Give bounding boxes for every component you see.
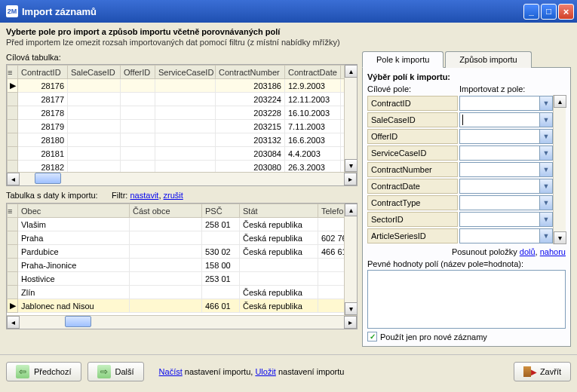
vertical-scrollbar[interactable]: ▴ ▾	[344, 204, 357, 315]
next-button[interactable]: ⇨ Další	[87, 362, 144, 381]
table-row[interactable]: 28179 203215 7.11.2003	[8, 120, 345, 133]
arrow-right-icon: ⇨	[97, 365, 111, 378]
target-field-name: ArticleSeriesID	[367, 228, 458, 243]
chevron-down-icon[interactable]: ▼	[539, 196, 552, 210]
table-row[interactable]: ▶ Jablonec nad Nisou 466 01 Česká republ…	[8, 299, 345, 313]
source-field-combo[interactable]: ▼	[459, 212, 553, 227]
footer: ⇦ Předchozí ⇨ Další Načíst nastavení imp…	[0, 354, 577, 387]
column-header[interactable]: ContractNumber	[216, 66, 285, 79]
maximize-button[interactable]: □	[541, 4, 557, 20]
table-row[interactable]: 28177 203224 12.11.2003	[8, 93, 345, 106]
close-window-button[interactable]: ×	[558, 4, 574, 20]
table-row[interactable]: Praha Česká republika 602 764	[8, 231, 345, 245]
window-title: Import záznamů	[22, 6, 523, 17]
column-header[interactable]: OfferID	[121, 66, 155, 79]
tab-method[interactable]: Způsob importu	[445, 51, 531, 68]
scroll-up-icon[interactable]: ▴	[554, 95, 566, 108]
column-header[interactable]: SaleCaseID	[68, 66, 121, 79]
field-mapping-row: ContractDate ▼	[367, 178, 553, 194]
scroll-up-icon[interactable]: ▴	[345, 65, 357, 78]
scroll-down-icon[interactable]: ▾	[345, 302, 357, 315]
source-field-combo[interactable]: ▼	[459, 96, 553, 111]
scroll-right-icon[interactable]: ▸	[344, 316, 357, 329]
field-mapping-row: ServiceCaseID ▼	[367, 145, 553, 161]
target-field-name: ContractNumber	[367, 162, 458, 177]
table-row[interactable]: ▶ 28176 203186 12.9.2003	[8, 79, 345, 93]
table-row[interactable]: Vlašim 258 01 Česká republika	[8, 218, 345, 231]
horizontal-scrollbar[interactable]: ◂ ▸	[7, 172, 357, 185]
shift-down-link[interactable]: dolů	[520, 247, 536, 256]
table-row[interactable]: Pardubice 530 02 Česká republika 466 612	[8, 245, 345, 259]
source-field-combo[interactable]: ▼	[459, 112, 553, 127]
source-field-combo[interactable]: ▼	[459, 129, 553, 144]
field-mapping-row: SaleCaseID ▼	[367, 112, 553, 128]
target-field-name: SaleCaseID	[367, 112, 458, 127]
chevron-down-icon[interactable]: ▼	[539, 113, 552, 127]
save-settings-link[interactable]: Uložit	[255, 367, 276, 376]
column-header[interactable]: Část obce	[130, 204, 202, 218]
filter-label: Filtr:	[112, 191, 127, 200]
horizontal-scrollbar[interactable]: ◂ ▸	[7, 315, 357, 329]
load-settings-link[interactable]: Načíst	[159, 367, 183, 376]
target-table-label: Cílová tabulka:	[6, 53, 358, 62]
source-field-combo[interactable]: ▼	[459, 195, 553, 210]
source-field-combo[interactable]: ▼	[459, 228, 553, 243]
field-mapping-row: ContractType ▼	[367, 194, 553, 211]
chevron-down-icon[interactable]: ▼	[539, 96, 552, 110]
shift-up-link[interactable]: nahoru	[540, 247, 566, 256]
chevron-down-icon[interactable]: ▼	[539, 213, 552, 226]
scroll-down-icon[interactable]: ▾	[345, 159, 357, 172]
scroll-left-icon[interactable]: ◂	[7, 173, 20, 185]
chevron-down-icon[interactable]: ▼	[539, 179, 552, 193]
minimize-button[interactable]: _	[523, 4, 539, 20]
column-header[interactable]: Stát	[240, 204, 318, 218]
column-header[interactable]: ContractID	[18, 66, 68, 79]
target-field-name: OfferID	[367, 129, 458, 144]
column-header[interactable]: Telefon	[318, 204, 345, 218]
filter-set-link[interactable]: nastavit	[130, 191, 158, 200]
vertical-scrollbar[interactable]: ▴ ▾	[344, 65, 357, 172]
chevron-down-icon[interactable]: ▼	[539, 229, 552, 243]
target-field-name: ContractType	[367, 195, 458, 210]
table-row[interactable]: Zlín Česká republika	[8, 286, 345, 299]
column-header[interactable]: ServiceCaseID	[155, 66, 216, 79]
source-field-combo[interactable]: ▼	[459, 162, 553, 177]
chevron-down-icon[interactable]: ▼	[539, 130, 552, 143]
target-field-header: Cílové pole:	[367, 84, 459, 93]
previous-button[interactable]: ⇦ Předchozí	[6, 362, 81, 381]
source-field-header: Importovat z pole:	[459, 84, 525, 93]
source-field-combo[interactable]: ▼	[459, 179, 553, 194]
column-header[interactable]: PSČ	[202, 204, 240, 218]
scroll-right-icon[interactable]: ▸	[344, 173, 357, 185]
source-table-label: Tabulka s daty k importu:	[6, 191, 98, 200]
target-field-name: ServiceCaseID	[367, 145, 458, 161]
filter-cancel-link[interactable]: zrušit	[164, 191, 183, 200]
fixed-values-textarea[interactable]	[367, 270, 566, 329]
arrow-left-icon: ⇦	[16, 365, 29, 378]
source-field-combo[interactable]: ▼	[459, 145, 553, 161]
target-table[interactable]: ≡ContractIDSaleCaseIDOfferIDServiceCaseI…	[6, 64, 358, 186]
table-row[interactable]: 28178 203228 16.10.2003	[8, 106, 345, 120]
column-header[interactable]: ContractDate	[285, 66, 341, 79]
titlebar[interactable]: 2M Import záznamů _ □ ×	[0, 0, 577, 23]
source-table[interactable]: ≡ObecČást obcePSČStátTelefon Vlašim 258 …	[6, 203, 358, 329]
table-row[interactable]: Hostivice 253 01	[8, 272, 345, 286]
field-mapping-row: ContractNumber ▼	[367, 161, 553, 178]
close-button[interactable]: ▶ Zavřít	[514, 362, 571, 381]
scroll-down-icon[interactable]: ▾	[554, 231, 566, 244]
door-exit-icon: ▶	[523, 366, 536, 378]
field-mapping-row: SectorID ▼	[367, 211, 553, 228]
column-header[interactable]: Obec	[18, 204, 130, 218]
table-row[interactable]: 28182 203080 26.3.2003	[8, 161, 345, 173]
chevron-down-icon[interactable]: ▼	[539, 146, 552, 160]
chevron-down-icon[interactable]: ▼	[539, 163, 552, 176]
tab-fields[interactable]: Pole k importu	[362, 51, 443, 68]
table-row[interactable]: 28181 203084 4.4.2003	[8, 147, 345, 161]
new-records-only-checkbox[interactable]: ✓	[367, 332, 377, 341]
scroll-up-icon[interactable]: ▴	[345, 204, 357, 216]
page-heading: Vyberte pole pro import a způsob importu…	[6, 27, 571, 36]
table-row[interactable]: 28180 203132 16.6.2003	[8, 133, 345, 147]
vertical-scrollbar[interactable]: ▴ ▾	[553, 95, 566, 244]
table-row[interactable]: Praha-Jinonice 158 00	[8, 259, 345, 272]
scroll-left-icon[interactable]: ◂	[7, 316, 20, 329]
